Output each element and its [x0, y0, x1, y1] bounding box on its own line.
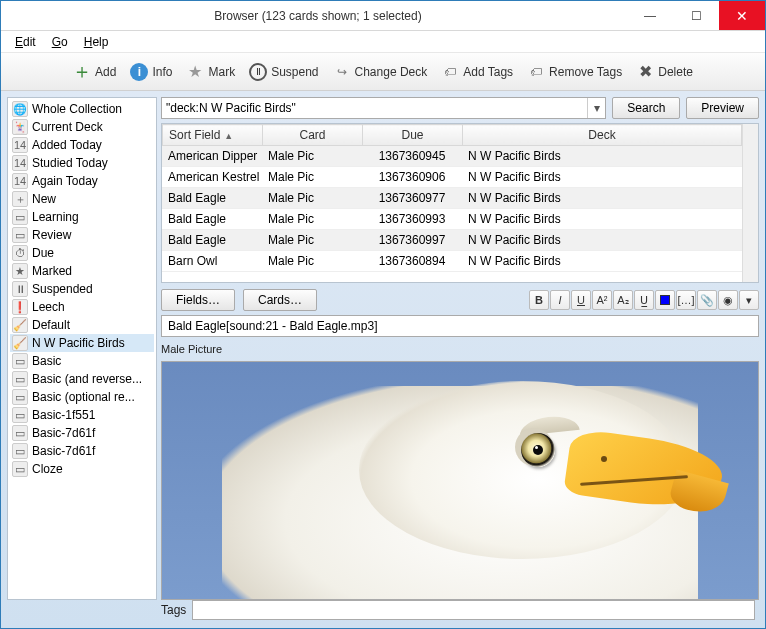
sidebar[interactable]: 🌐Whole Collection🃏Current Deck14Added To…: [7, 97, 157, 600]
sidebar-item-cloze[interactable]: ▭Cloze: [10, 460, 154, 478]
sidebar-item-label: Leech: [32, 300, 65, 314]
sidebar-item-again-today[interactable]: 14Again Today: [10, 172, 154, 190]
menu-edit[interactable]: Edit: [9, 33, 42, 51]
sidebar-icon: ▭: [12, 227, 28, 243]
sidebar-item-label: Marked: [32, 264, 72, 278]
table-row[interactable]: American DipperMale Pic1367360945N W Pac…: [162, 146, 742, 167]
cards-button[interactable]: Cards…: [243, 289, 317, 311]
search-dropdown-icon[interactable]: ▾: [587, 98, 605, 118]
remove-tags-button[interactable]: 🏷Remove Tags: [527, 63, 622, 81]
underline-button[interactable]: U: [571, 290, 591, 310]
sidebar-item-label: Cloze: [32, 462, 63, 476]
sidebar-icon: 🧹: [12, 335, 28, 351]
table-row[interactable]: Barn OwlMale Pic1367360894N W Pacific Bi…: [162, 251, 742, 272]
sidebar-item-basic-optional-re-[interactable]: ▭Basic (optional re...: [10, 388, 154, 406]
eagle-beak: [567, 438, 722, 504]
sidebar-item-suspended[interactable]: ⏸Suspended: [10, 280, 154, 298]
sidebar-item-due[interactable]: ⏱Due: [10, 244, 154, 262]
sidebar-item-label: Basic-7d61f: [32, 444, 95, 458]
search-button[interactable]: Search: [612, 97, 680, 119]
sidebar-item-added-today[interactable]: 14Added Today: [10, 136, 154, 154]
sidebar-item-label: Learning: [32, 210, 79, 224]
tag-plus-icon: 🏷: [441, 63, 459, 81]
superscript-button[interactable]: A²: [592, 290, 612, 310]
sidebar-item-new[interactable]: ＋New: [10, 190, 154, 208]
sidebar-item-review[interactable]: ▭Review: [10, 226, 154, 244]
menu-help[interactable]: Help: [78, 33, 115, 51]
sidebar-icon: ⏸: [12, 281, 28, 297]
search-field[interactable]: ▾: [161, 97, 606, 119]
card-table[interactable]: Sort Field▲ Card Due Deck American Dippe: [161, 123, 759, 283]
menu-go[interactable]: Go: [46, 33, 74, 51]
sidebar-item-leech[interactable]: ❗Leech: [10, 298, 154, 316]
sidebar-item-label: Default: [32, 318, 70, 332]
sidebar-icon: 🃏: [12, 119, 28, 135]
col-card[interactable]: Card: [263, 125, 363, 146]
col-sort-field[interactable]: Sort Field▲: [163, 125, 263, 146]
sidebar-icon: ▭: [12, 389, 28, 405]
italic-button[interactable]: I: [550, 290, 570, 310]
sidebar-icon: ▭: [12, 461, 28, 477]
record-button[interactable]: ◉: [718, 290, 738, 310]
table-row[interactable]: Bald EagleMale Pic1367360977N W Pacific …: [162, 188, 742, 209]
attach-button[interactable]: 📎: [697, 290, 717, 310]
remove-format-button[interactable]: U̲: [634, 290, 654, 310]
sidebar-item-basic-1f551[interactable]: ▭Basic-1f551: [10, 406, 154, 424]
field-2-image[interactable]: [161, 361, 759, 600]
close-button[interactable]: ✕: [719, 1, 765, 30]
text-color-button[interactable]: [655, 290, 675, 310]
sidebar-item-n-w-pacific-birds[interactable]: 🧹N W Pacific Birds: [10, 334, 154, 352]
titlebar: Browser (123 cards shown; 1 selected) — …: [1, 1, 765, 31]
sidebar-item-default[interactable]: 🧹Default: [10, 316, 154, 334]
add-tags-button[interactable]: 🏷Add Tags: [441, 63, 513, 81]
fields-button[interactable]: Fields…: [161, 289, 235, 311]
tags-input[interactable]: [192, 600, 755, 620]
sidebar-item-learning[interactable]: ▭Learning: [10, 208, 154, 226]
sidebar-icon: ▭: [12, 425, 28, 441]
change-deck-button[interactable]: ↪Change Deck: [333, 63, 428, 81]
color-swatch-icon: [660, 295, 670, 305]
sidebar-item-label: Review: [32, 228, 71, 242]
sidebar-item-basic-7d61f[interactable]: ▭Basic-7d61f: [10, 442, 154, 460]
table-row[interactable]: American KestrelMale Pic1367360906N W Pa…: [162, 167, 742, 188]
sidebar-icon: ❗: [12, 299, 28, 315]
sidebar-icon: ▭: [12, 443, 28, 459]
delete-button[interactable]: ✖Delete: [636, 63, 693, 81]
sidebar-item-basic[interactable]: ▭Basic: [10, 352, 154, 370]
sidebar-item-studied-today[interactable]: 14Studied Today: [10, 154, 154, 172]
sidebar-icon: ▭: [12, 407, 28, 423]
preview-button[interactable]: Preview: [686, 97, 759, 119]
sidebar-item-label: Basic: [32, 354, 61, 368]
sidebar-item-marked[interactable]: ★Marked: [10, 262, 154, 280]
status-bar: Tags: [161, 598, 755, 622]
sidebar-icon: 14: [12, 155, 28, 171]
mark-button[interactable]: ★Mark: [186, 63, 235, 81]
window-title: Browser (123 cards shown; 1 selected): [9, 9, 627, 23]
table-row[interactable]: Bald EagleMale Pic1367360997N W Pacific …: [162, 230, 742, 251]
minimize-button[interactable]: —: [627, 1, 673, 30]
maximize-button[interactable]: ☐: [673, 1, 719, 30]
sidebar-item-basic-and-reverse-[interactable]: ▭Basic (and reverse...: [10, 370, 154, 388]
window-controls: — ☐ ✕: [627, 1, 765, 30]
sidebar-item-label: Studied Today: [32, 156, 108, 170]
info-button[interactable]: iInfo: [130, 63, 172, 81]
add-button[interactable]: ＋Add: [73, 63, 116, 81]
sidebar-item-current-deck[interactable]: 🃏Current Deck: [10, 118, 154, 136]
suspend-button[interactable]: ⅡSuspend: [249, 63, 318, 81]
table-scrollbar[interactable]: [742, 124, 758, 282]
field-1-value[interactable]: Bald Eagle[sound:21 - Bald Eagle.mp3]: [161, 315, 759, 337]
search-input[interactable]: [162, 98, 587, 118]
toolbar: ＋Add iInfo ★Mark ⅡSuspend ↪Change Deck 🏷…: [1, 53, 765, 91]
cloze-button[interactable]: […]: [676, 290, 696, 310]
bold-button[interactable]: B: [529, 290, 549, 310]
tag-minus-icon: 🏷: [527, 63, 545, 81]
sidebar-icon: ★: [12, 263, 28, 279]
sidebar-item-whole-collection[interactable]: 🌐Whole Collection: [10, 100, 154, 118]
col-due[interactable]: Due: [363, 125, 463, 146]
sidebar-item-label: Current Deck: [32, 120, 103, 134]
more-button[interactable]: ▾: [739, 290, 759, 310]
subscript-button[interactable]: A₂: [613, 290, 633, 310]
sidebar-item-basic-7d61f[interactable]: ▭Basic-7d61f: [10, 424, 154, 442]
col-deck[interactable]: Deck: [463, 125, 742, 146]
table-row[interactable]: Bald EagleMale Pic1367360993N W Pacific …: [162, 209, 742, 230]
